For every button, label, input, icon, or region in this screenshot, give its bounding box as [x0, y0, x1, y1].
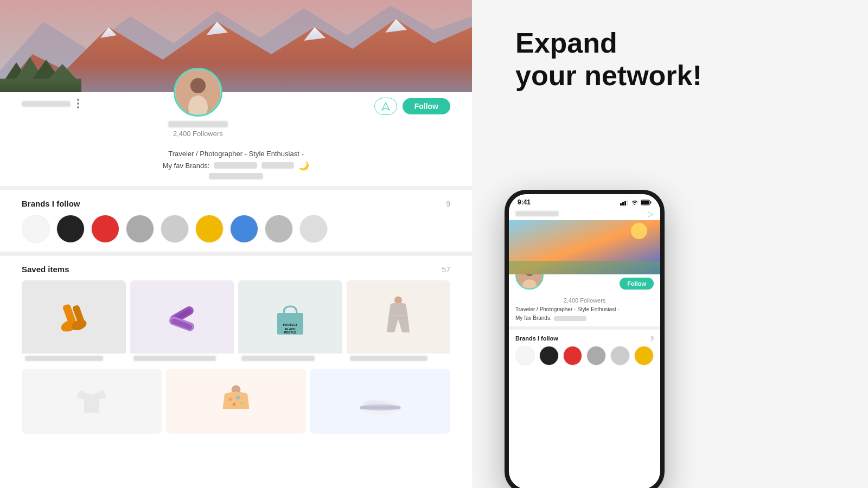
- svg-text:BLACK: BLACK: [285, 328, 296, 331]
- saved-item-tee[interactable]: [22, 369, 162, 434]
- svg-rect-41: [627, 200, 628, 206]
- phone-bio: Traveler / Photographer - Style Enthusia…: [509, 306, 660, 326]
- phone-brands-area: Brands I follow 9: [509, 330, 660, 371]
- svg-rect-40: [624, 201, 626, 206]
- phone-status-icons: [620, 200, 652, 206]
- section-divider-1: [0, 186, 472, 190]
- saved-item-label-bag: [238, 354, 342, 364]
- phone-bio-brands-label: My fav Brands:: [515, 314, 552, 322]
- bio-brands-line: My fav Brands: 🌙: [22, 160, 450, 171]
- brand-circle-3[interactable]: [91, 215, 119, 243]
- saved-grid-row1: PROTECT BLACK PEOPLE: [22, 280, 450, 364]
- saved-section: Saved items 57: [0, 256, 472, 488]
- svg-text:PROTECT: PROTECT: [283, 323, 297, 326]
- saved-count: 57: [442, 265, 450, 274]
- saved-item-hoodie[interactable]: [166, 369, 306, 434]
- svg-rect-39: [622, 202, 624, 206]
- svg-point-13: [190, 78, 206, 93]
- followers-count: 2,400 Followers: [173, 130, 223, 138]
- brands-title: Brands I follow: [22, 199, 80, 208]
- saved-item-outfit[interactable]: [347, 280, 451, 364]
- phone-brand-5[interactable]: [610, 346, 630, 365]
- brand-circle-7[interactable]: [230, 215, 258, 243]
- svg-rect-44: [641, 201, 649, 204]
- phone-brands-count: 9: [650, 336, 654, 342]
- svg-text:PEOPLE: PEOPLE: [284, 331, 296, 334]
- brands-count: 9: [446, 200, 450, 208]
- phone-send-icon[interactable]: ▷: [648, 209, 654, 218]
- brand-circles: [22, 215, 450, 243]
- saved-item-clips[interactable]: [130, 280, 234, 364]
- profile-section: 2,400 Followers Follow: [0, 92, 472, 146]
- phone-screen: 9:41: [509, 194, 660, 488]
- saved-grid-row2: [22, 369, 450, 434]
- phone-brand-3[interactable]: [563, 346, 583, 365]
- phone-brand-1[interactable]: [515, 346, 535, 365]
- bio-brands-label: My fav Brands:: [163, 160, 210, 171]
- bio-section: Traveler / Photographer - Style Enthusia…: [0, 146, 472, 186]
- brand-circle-8[interactable]: [265, 215, 293, 243]
- phone-brands-title: Brands I follow: [515, 335, 558, 342]
- navigate-button[interactable]: [374, 98, 397, 115]
- phone-profile-area: Follow: [509, 274, 660, 297]
- saved-item-label-clips: [130, 354, 234, 364]
- cover-photo: [0, 0, 472, 92]
- svg-point-31: [229, 398, 232, 401]
- brand-circle-5[interactable]: [161, 215, 189, 243]
- right-panel: Expand your network! 9:41: [472, 0, 868, 488]
- profile-menu-area: [22, 98, 80, 110]
- follow-button[interactable]: Follow: [403, 98, 450, 114]
- brand-circle-9[interactable]: [299, 215, 328, 243]
- saved-item-socks[interactable]: [22, 280, 126, 364]
- phone-status-bar: 9:41: [509, 194, 660, 208]
- svg-point-33: [240, 402, 242, 404]
- brand-circle-1[interactable]: [22, 215, 50, 243]
- saved-item-sneakers[interactable]: [310, 369, 450, 434]
- phone-mockup: 9:41: [505, 190, 665, 488]
- svg-rect-37: [360, 406, 401, 409]
- section-divider-2: [0, 252, 472, 256]
- saved-title: Saved items: [22, 265, 69, 274]
- saved-item-bag[interactable]: PROTECT BLACK PEOPLE: [238, 280, 342, 364]
- phone-time: 9:41: [518, 198, 531, 206]
- svg-rect-38: [620, 203, 622, 206]
- brand-circle-6[interactable]: [195, 215, 224, 243]
- phone-brand-circles: [515, 346, 654, 365]
- phone-brand-2[interactable]: [539, 346, 559, 365]
- phone-followers: 2,400 Followers: [509, 297, 660, 306]
- saved-item-label-outfit: [347, 354, 451, 364]
- phone-cover: [509, 220, 660, 274]
- saved-item-label-socks: [22, 354, 126, 364]
- phone-outer: 9:41: [505, 190, 665, 488]
- phone-follow-button[interactable]: Follow: [620, 278, 654, 290]
- phone-bio-line1: Traveler / Photographer - Style Enthusia…: [515, 306, 654, 313]
- left-panel: 2,400 Followers Follow Traveler / Photog…: [0, 0, 472, 488]
- bio-line1: Traveler / Photographer - Style Enthusia…: [22, 149, 450, 159]
- svg-marker-16: [382, 102, 389, 110]
- headline-line2: your network!: [515, 60, 702, 91]
- phone-brand-4[interactable]: [586, 346, 606, 365]
- svg-rect-7: [0, 79, 81, 92]
- headline-line1: Expand: [515, 27, 617, 59]
- brands-section: Brands I follow 9: [0, 190, 472, 252]
- brand-circle-2[interactable]: [56, 215, 85, 243]
- phone-brand-6[interactable]: [634, 346, 654, 365]
- svg-point-46: [631, 223, 647, 239]
- svg-point-34: [233, 403, 236, 406]
- svg-rect-47: [509, 261, 660, 274]
- avatar: [174, 68, 222, 117]
- profile-actions: Follow: [374, 92, 450, 115]
- svg-rect-43: [650, 201, 652, 203]
- svg-point-32: [236, 396, 240, 400]
- more-options-button[interactable]: [76, 98, 80, 110]
- headline: Expand your network!: [515, 27, 702, 92]
- brand-circle-4[interactable]: [126, 215, 154, 243]
